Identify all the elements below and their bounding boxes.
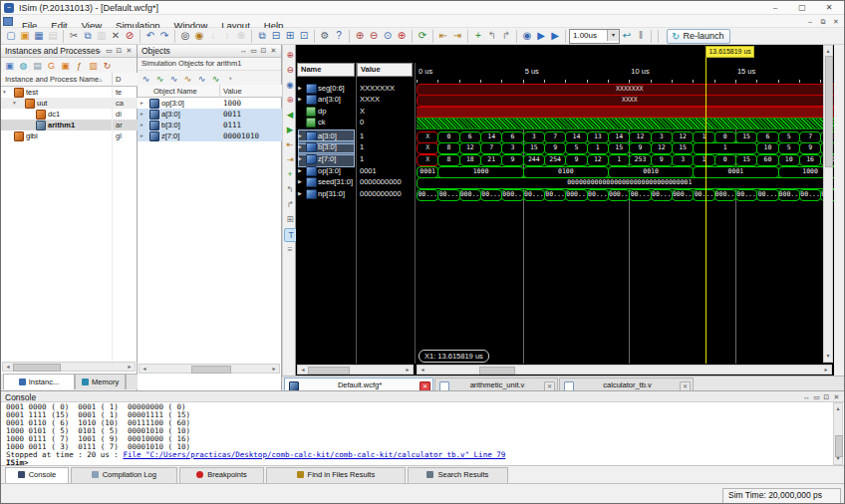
tree-item-uut[interactable]: ▾uutca — [1, 98, 138, 109]
float-window-icon[interactable]: ⊡ — [297, 29, 311, 43]
expander-icon[interactable]: ▶ — [298, 178, 302, 184]
processes-view-icon[interactable]: ▣ — [3, 60, 16, 73]
signal-name-dp[interactable]: dp — [318, 107, 326, 117]
stop-find-icon[interactable]: ⊗ — [234, 29, 248, 43]
wave-hscrollbar[interactable]: ◂▸ — [417, 365, 832, 375]
wave-plot-area[interactable]: 0 us5 us10 us15 us▶seg[0:6]XXXXXXXXXXXXX… — [296, 45, 834, 364]
letter-g-icon[interactable]: G — [45, 60, 58, 73]
expander-icon[interactable]: ▶ — [298, 132, 302, 138]
find-next-icon[interactable]: ↓ — [206, 29, 220, 43]
expander-icon[interactable]: ▶ — [298, 96, 302, 102]
float-panel-button[interactable]: ↔ — [239, 45, 249, 57]
wave-zoom-cursor-icon[interactable]: ⊕ — [284, 94, 296, 106]
zoom-to-cursor-icon[interactable]: ⊕ — [395, 29, 409, 43]
tree-item-test[interactable]: ▾testte — [1, 87, 138, 98]
tab-find-in-files[interactable]: Find in Files Results — [266, 467, 405, 484]
tile-vertical-icon[interactable]: ⊞ — [283, 29, 297, 43]
next-transition-icon[interactable]: ↱ — [499, 29, 513, 43]
maximize-panel-button[interactable]: ▭ — [105, 45, 115, 57]
wave-prev-transition-icon[interactable]: ↰ — [284, 183, 296, 195]
wave-goto-start-icon[interactable]: ◀ — [284, 109, 296, 121]
tab-console[interactable]: Console — [5, 467, 69, 484]
object-row-z[7:0][interactable]: ▸z[7:0]00001010 — [138, 130, 282, 141]
find-icon[interactable]: ◎ — [178, 29, 192, 43]
settings-wrench-icon[interactable]: ⚙ — [318, 29, 332, 43]
cascade-windows-icon[interactable]: ⧉ — [255, 29, 269, 43]
console-output[interactable]: 0001 0000 ( 0) 0001 ( 1) 00000000 ( 0)00… — [1, 402, 844, 466]
context-help-icon[interactable]: ? — [332, 29, 346, 43]
find-prev-icon[interactable]: ↑ — [220, 29, 234, 43]
wave-goto-end-icon[interactable]: ▶ — [284, 124, 296, 135]
expander-icon[interactable]: ▾ — [3, 87, 6, 98]
wave-zoom-out-icon[interactable]: ⊖ — [284, 64, 296, 76]
undo-icon[interactable]: ↶ — [143, 29, 157, 43]
wave-zoom-in-icon[interactable]: ⊕ — [284, 49, 296, 61]
float-panel-button[interactable]: ↔ — [95, 45, 105, 57]
new-file-icon[interactable]: ▢ — [4, 29, 18, 43]
goto-time-end-icon[interactable]: ⇥ — [450, 29, 464, 43]
expander-icon[interactable]: ▸ — [141, 120, 143, 130]
module-cube-icon[interactable]: ▣ — [59, 60, 72, 73]
wave-next-transition-icon[interactable]: ↱ — [284, 198, 296, 210]
signal-name-an30[interactable]: an[3:0] — [318, 95, 341, 105]
expander-icon[interactable]: ▶ — [298, 85, 302, 91]
expander-icon[interactable]: ▶ — [298, 155, 302, 161]
break-icon[interactable]: ‖ — [634, 29, 648, 43]
signal-name-op30[interactable]: op[3:0] — [318, 166, 341, 176]
wave-snapshot-icon[interactable]: ⊞ — [284, 213, 296, 225]
wave-import-icon[interactable]: ⇤ — [284, 138, 296, 150]
paste-icon[interactable]: ▥ — [95, 29, 109, 43]
redo-icon[interactable]: ↷ — [157, 29, 171, 43]
add-marker-icon[interactable]: + — [471, 29, 485, 43]
page2-icon[interactable]: ▥ — [87, 60, 100, 73]
disable-icon[interactable]: ⊘ — [123, 29, 137, 43]
objects-column-header[interactable]: Object Name Value — [138, 85, 282, 98]
tree-item-glbl[interactable]: glblgl — [1, 130, 138, 141]
copy-icon[interactable]: ⧉ — [81, 29, 95, 43]
wave-add-marker-icon[interactable]: + — [284, 168, 296, 180]
goto-time-start-icon[interactable]: ⇤ — [436, 29, 450, 43]
signal-name-b30[interactable]: b[3:0] — [318, 142, 337, 152]
expander-icon[interactable]: ▸ — [141, 130, 143, 141]
reload-icon[interactable]: ⟳ — [416, 29, 429, 43]
expander-icon[interactable]: ▸ — [141, 109, 143, 120]
dock-panel-button[interactable]: ⊡ — [115, 45, 125, 57]
tab-instances[interactable]: Instanc... — [3, 374, 75, 389]
run-all-icon[interactable]: ▶ — [534, 29, 548, 43]
close-panel-button[interactable]: ✕ — [269, 45, 279, 57]
close-button[interactable]: ✕ — [817, 1, 841, 14]
expander-icon[interactable]: ▾ — [13, 98, 16, 109]
run-for-time-icon[interactable]: ▶ — [548, 29, 562, 43]
show-drivers-icon[interactable]: ∿ — [181, 73, 194, 86]
delete-icon[interactable]: ✕ — [109, 29, 123, 43]
maximize-panel-button[interactable]: ▭ — [249, 45, 259, 57]
run-time-combo[interactable]: 1.00us ▾ — [569, 29, 620, 44]
close-panel-button[interactable]: ✕ — [125, 45, 135, 57]
signal-name-ck[interactable]: ck — [318, 118, 326, 127]
wave-vscrollbar[interactable]: ▴▾ — [823, 45, 833, 363]
expander-icon[interactable]: ▶ — [298, 167, 302, 173]
tab-memory[interactable]: Memory — [75, 374, 126, 389]
source-page-icon[interactable]: ▤ — [31, 60, 44, 73]
mdi-minimize-button[interactable]: – — [804, 16, 816, 27]
tab-search-results[interactable]: Search Results — [408, 467, 509, 484]
globe-icon[interactable]: ◍ — [17, 60, 30, 73]
restart-icon[interactable]: ◉ — [520, 29, 534, 43]
find-in-files-icon[interactable]: ◉ — [192, 29, 206, 43]
zoom-in-icon[interactable]: ⊕ — [353, 29, 367, 43]
step-icon[interactable]: ↩ — [620, 29, 634, 43]
object-row-b[3:0][interactable]: ▸b[3:0]0111 — [138, 120, 282, 130]
cursor-time-label[interactable]: 13.615819 us — [705, 46, 753, 58]
cut-icon[interactable]: ✂ — [67, 29, 81, 43]
add-to-wave-icon[interactable]: ∿ — [140, 73, 152, 86]
console-vscrollbar[interactable]: ▴▾ — [833, 402, 843, 465]
signal-name-z70[interactable]: z[7:0] — [318, 154, 336, 164]
maximize-button[interactable]: ▢ — [790, 1, 814, 14]
object-clock-icon[interactable]: ◔ — [223, 73, 236, 86]
wave-zoom-full-icon[interactable]: ◉ — [284, 79, 296, 91]
zoom-fit-icon[interactable]: ⊙ — [381, 29, 395, 43]
chevron-down-icon[interactable]: ▾ — [607, 30, 619, 41]
tile-horizontal-icon[interactable]: ⊟ — [269, 29, 283, 43]
tree-item-arithm1[interactable]: arithm1ar — [1, 120, 138, 130]
save-icon[interactable]: ▦ — [32, 29, 46, 43]
